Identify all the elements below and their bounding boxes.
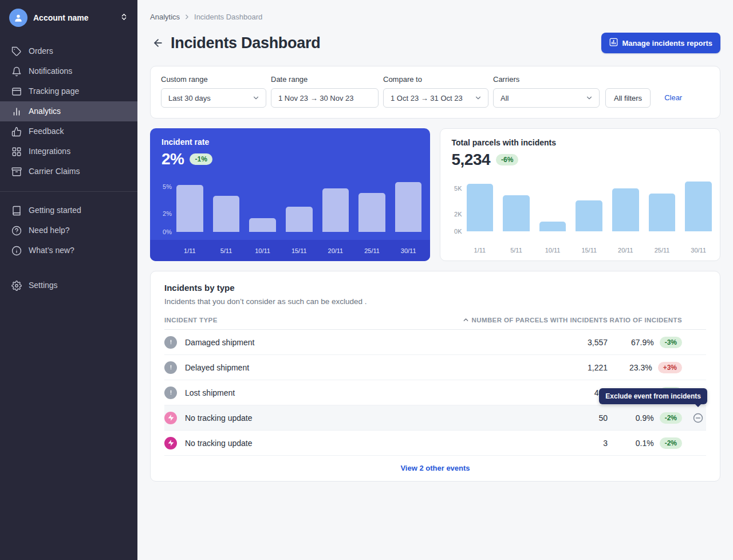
avatar — [9, 9, 27, 27]
clear-filters-link[interactable]: Clear — [664, 88, 682, 108]
custom-range-value: Last 30 days — [168, 94, 211, 102]
incidents-table-subtitle: Incidents that you don’t consider as suc… — [164, 297, 706, 306]
alert-icon — [164, 361, 177, 374]
browser-icon — [11, 86, 22, 97]
sidebar-divider — [0, 191, 137, 192]
manage-incidents-reports-button[interactable]: Manage incidents reports — [601, 33, 720, 53]
sidebar-item-need-help[interactable]: Need help? — [0, 220, 137, 240]
thumbs-up-icon — [11, 127, 22, 137]
sidebar-item-label: What’s new? — [29, 245, 74, 256]
y-tick-label: 2% — [163, 210, 172, 217]
main-content: Analytics Incidents Dashboard Incidents … — [137, 0, 733, 560]
col-incident-type[interactable]: INCIDENT TYPE — [164, 317, 436, 324]
sort-asc-icon — [462, 316, 470, 324]
carriers-select[interactable]: All — [493, 88, 600, 108]
ratio-value: 23.3% — [629, 363, 652, 372]
sidebar-item-label: Integrations — [29, 146, 70, 157]
compare-to-select[interactable]: 1 Oct 23 → 31 Oct 23 — [383, 88, 488, 108]
col-parcels-sortable[interactable]: NUMBER OF PARCELS WITH INCIDENTS — [436, 316, 608, 324]
bell-icon — [11, 66, 22, 77]
incident-rate-card: Incident rate 2% -1% 5%2%0% 1/115/1110/1… — [150, 128, 430, 261]
sidebar-item-notifications[interactable]: Notifications — [0, 61, 137, 81]
x-tick-label: 15/11 — [286, 247, 313, 254]
bar — [358, 193, 385, 232]
account-switcher[interactable]: Account name — [0, 0, 137, 36]
y-tick-label: 5K — [454, 185, 462, 192]
sidebar-item-orders[interactable]: Orders — [0, 41, 137, 61]
sidebar-item-label: Notifications — [29, 66, 72, 77]
x-tick-label: 10/11 — [249, 247, 276, 254]
carriers-value: All — [501, 94, 509, 102]
ratio-delta-badge: -2% — [660, 437, 682, 449]
sidebar-item-label: Orders — [29, 46, 53, 57]
x-tick-label: 20/11 — [612, 247, 639, 254]
all-filters-button[interactable]: All filters — [605, 88, 651, 108]
sidebar-item-whats-new[interactable]: What’s new? — [0, 240, 137, 261]
ratio-value: 0.1% — [636, 439, 654, 448]
table-row[interactable]: Delayed shipment 1,221 23.3% +3% — [164, 355, 706, 380]
x-tick-label: 1/11 — [176, 247, 203, 254]
bar — [286, 207, 313, 232]
y-axis: 5%2%0% — [158, 179, 172, 232]
exclude-tooltip: Exclude event from incidents — [599, 388, 707, 404]
x-tick-label: 5/11 — [503, 247, 530, 254]
compare-to-value: 1 Oct 23 → 31 Oct 23 — [391, 94, 463, 102]
primary-nav: Orders Notifications Tracking page Analy… — [0, 36, 137, 184]
table-row-hovered[interactable]: No tracking update 50 0.9% -2% — [164, 405, 706, 431]
table-row[interactable]: No tracking update 3 0.1% -2% — [164, 431, 706, 456]
x-tick-label: 30/11 — [395, 247, 422, 254]
back-arrow-icon[interactable] — [150, 35, 166, 51]
view-other-events-link[interactable]: View 2 other events — [164, 456, 706, 481]
bar — [649, 194, 676, 231]
chart-title: Incident rate — [161, 137, 419, 147]
custom-range-select[interactable]: Last 30 days — [161, 88, 266, 108]
sidebar-item-analytics[interactable]: Analytics — [0, 101, 137, 121]
breadcrumb: Analytics Incidents Dashboard — [150, 0, 720, 21]
bar — [467, 184, 494, 231]
x-tick-label: 10/11 — [539, 247, 566, 254]
grid-icon — [11, 147, 22, 157]
bar — [176, 185, 203, 232]
sidebar-item-getting-started[interactable]: Getting started — [0, 200, 137, 220]
y-tick-label: 0K — [454, 228, 462, 235]
page-title: Incidents Dashboard — [171, 34, 320, 52]
tag-icon — [11, 46, 22, 57]
table-header: INCIDENT TYPE NUMBER OF PARCELS WITH INC… — [164, 306, 706, 330]
x-tick-label: 15/11 — [576, 247, 602, 254]
sidebar-item-tracking-page[interactable]: Tracking page — [0, 81, 137, 101]
sidebar-item-feedback[interactable]: Feedback — [0, 121, 137, 141]
x-tick-label: 1/11 — [467, 247, 494, 254]
y-tick-label: 2K — [454, 211, 462, 218]
bar — [612, 188, 639, 231]
table-row[interactable]: Damaged shipment 3,557 67.9% -3% — [164, 330, 706, 355]
sidebar-item-settings[interactable]: Settings — [0, 275, 137, 295]
chevron-down-icon — [585, 94, 593, 102]
settings-nav: Settings — [0, 273, 137, 298]
charts-row: Incident rate 2% -1% 5%2%0% 1/115/1110/1… — [150, 128, 720, 261]
sidebar-item-label: Analytics — [29, 106, 61, 117]
exclude-minus-circle-icon[interactable] — [692, 412, 704, 424]
title-row: Incidents Dashboard Manage incidents rep… — [150, 33, 720, 53]
app-root: Account name Orders Notifications Tracki… — [0, 0, 733, 560]
sidebar-item-label: Feedback — [29, 126, 64, 137]
bar — [503, 195, 530, 231]
alert-icon — [164, 387, 177, 399]
y-tick-label: 0% — [163, 228, 172, 235]
x-tick-label: 25/11 — [358, 247, 385, 254]
incident-type-label: No tracking update — [185, 439, 253, 448]
ratio-value: 0.9% — [636, 413, 654, 423]
date-range-value: 1 Nov 23 → 30 Nov 23 — [278, 94, 354, 102]
parcels-count: 400 — [436, 388, 608, 397]
col-ratio[interactable]: RATIO OF INCIDENTS — [608, 317, 682, 324]
sidebar-item-integrations[interactable]: Integrations — [0, 141, 137, 161]
chevron-right-icon — [183, 13, 191, 21]
parcels-count: 3 — [436, 439, 608, 448]
date-range-input[interactable]: 1 Nov 23 → 30 Nov 23 — [271, 88, 379, 108]
carriers-label: Carriers — [493, 75, 600, 84]
bar-group — [176, 179, 422, 232]
chevron-down-icon — [252, 94, 260, 102]
sidebar-item-carrier-claims[interactable]: Carrier Claims — [0, 161, 137, 182]
breadcrumb-analytics[interactable]: Analytics — [150, 13, 180, 21]
parcels-count: 50 — [436, 413, 608, 423]
col-parcels-label: NUMBER OF PARCELS WITH INCIDENTS — [472, 317, 608, 324]
